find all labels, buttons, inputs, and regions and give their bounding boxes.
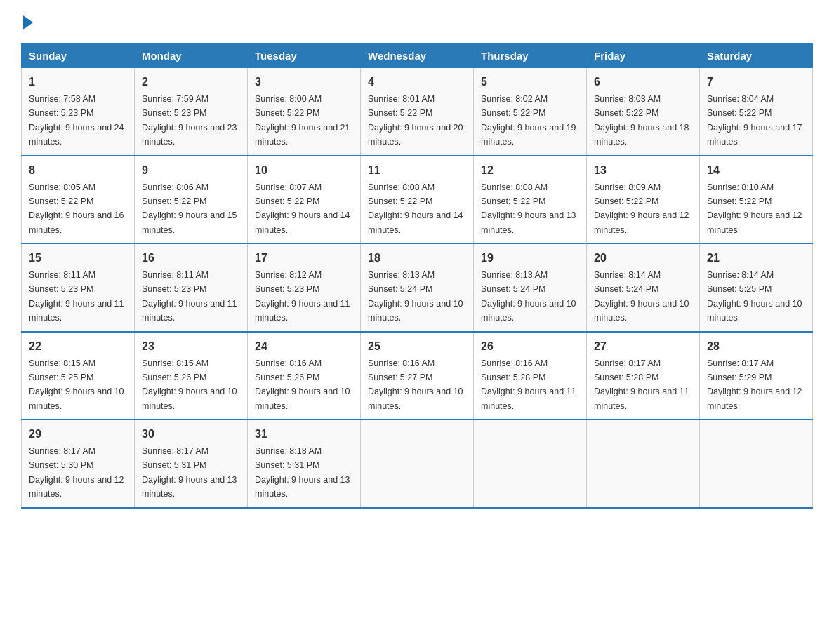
day-number: 7: [707, 74, 805, 90]
calendar-day-cell: 10 Sunrise: 8:07 AMSunset: 5:22 PMDaylig…: [248, 156, 361, 244]
day-info: Sunrise: 8:12 AMSunset: 5:23 PMDaylight:…: [255, 270, 350, 323]
day-info: Sunrise: 8:13 AMSunset: 5:24 PMDaylight:…: [368, 270, 463, 323]
day-info: Sunrise: 8:03 AMSunset: 5:22 PMDaylight:…: [594, 94, 689, 147]
calendar-day-cell: 13 Sunrise: 8:09 AMSunset: 5:22 PMDaylig…: [587, 156, 700, 244]
calendar-day-cell: 11 Sunrise: 8:08 AMSunset: 5:22 PMDaylig…: [361, 156, 474, 244]
calendar-week-row: 15 Sunrise: 8:11 AMSunset: 5:23 PMDaylig…: [22, 243, 813, 332]
day-number: 25: [368, 338, 466, 355]
day-number: 26: [481, 338, 579, 355]
day-number: 4: [368, 74, 466, 90]
day-number: 17: [255, 250, 353, 267]
header-thursday: Thursday: [474, 44, 587, 68]
day-info: Sunrise: 8:17 AMSunset: 5:30 PMDaylight:…: [29, 446, 124, 499]
day-info: Sunrise: 8:17 AMSunset: 5:29 PMDaylight:…: [707, 358, 802, 411]
calendar-day-cell: [700, 420, 813, 508]
calendar-day-cell: 3 Sunrise: 8:00 AMSunset: 5:22 PMDayligh…: [248, 68, 361, 156]
calendar-week-row: 22 Sunrise: 8:15 AMSunset: 5:25 PMDaylig…: [22, 332, 813, 420]
day-number: 27: [594, 338, 692, 355]
day-info: Sunrise: 8:11 AMSunset: 5:23 PMDaylight:…: [29, 270, 124, 323]
calendar-week-row: 1 Sunrise: 7:58 AMSunset: 5:23 PMDayligh…: [22, 68, 813, 156]
day-number: 13: [594, 162, 692, 179]
day-number: 21: [707, 250, 805, 267]
calendar-day-cell: 17 Sunrise: 8:12 AMSunset: 5:23 PMDaylig…: [248, 243, 361, 332]
day-info: Sunrise: 8:11 AMSunset: 5:23 PMDaylight:…: [142, 270, 237, 323]
day-number: 2: [142, 74, 240, 90]
day-number: 15: [29, 250, 127, 267]
day-info: Sunrise: 8:14 AMSunset: 5:24 PMDaylight:…: [594, 270, 689, 323]
day-info: Sunrise: 8:16 AMSunset: 5:28 PMDaylight:…: [481, 358, 576, 411]
day-number: 30: [142, 426, 240, 443]
day-info: Sunrise: 8:08 AMSunset: 5:22 PMDaylight:…: [368, 182, 463, 235]
calendar-day-cell: 8 Sunrise: 8:05 AMSunset: 5:22 PMDayligh…: [22, 156, 135, 244]
calendar-day-cell: 18 Sunrise: 8:13 AMSunset: 5:24 PMDaylig…: [361, 243, 474, 332]
day-info: Sunrise: 8:00 AMSunset: 5:22 PMDaylight:…: [255, 94, 350, 147]
day-number: 5: [481, 74, 579, 90]
day-info: Sunrise: 8:04 AMSunset: 5:22 PMDaylight:…: [707, 94, 802, 147]
day-info: Sunrise: 7:58 AMSunset: 5:23 PMDaylight:…: [29, 94, 124, 147]
calendar-day-cell: 21 Sunrise: 8:14 AMSunset: 5:25 PMDaylig…: [700, 243, 813, 332]
calendar-header-row: SundayMondayTuesdayWednesdayThursdayFrid…: [22, 44, 813, 68]
day-info: Sunrise: 8:14 AMSunset: 5:25 PMDaylight:…: [707, 270, 802, 323]
calendar-day-cell: 12 Sunrise: 8:08 AMSunset: 5:22 PMDaylig…: [474, 156, 587, 244]
calendar-day-cell: 16 Sunrise: 8:11 AMSunset: 5:23 PMDaylig…: [135, 243, 248, 332]
calendar-day-cell: 9 Sunrise: 8:06 AMSunset: 5:22 PMDayligh…: [135, 156, 248, 244]
calendar-day-cell: 22 Sunrise: 8:15 AMSunset: 5:25 PMDaylig…: [22, 332, 135, 420]
calendar-day-cell: 7 Sunrise: 8:04 AMSunset: 5:22 PMDayligh…: [700, 68, 813, 156]
header-friday: Friday: [587, 44, 700, 68]
logo-arrow-icon: [23, 15, 33, 29]
day-number: 1: [29, 74, 127, 90]
calendar-day-cell: 15 Sunrise: 8:11 AMSunset: 5:23 PMDaylig…: [22, 243, 135, 332]
day-info: Sunrise: 8:15 AMSunset: 5:26 PMDaylight:…: [142, 358, 237, 411]
calendar-day-cell: 28 Sunrise: 8:17 AMSunset: 5:29 PMDaylig…: [700, 332, 813, 420]
day-info: Sunrise: 7:59 AMSunset: 5:23 PMDaylight:…: [142, 94, 237, 147]
calendar-day-cell: 26 Sunrise: 8:16 AMSunset: 5:28 PMDaylig…: [474, 332, 587, 420]
day-info: Sunrise: 8:05 AMSunset: 5:22 PMDaylight:…: [29, 182, 124, 235]
day-info: Sunrise: 8:06 AMSunset: 5:22 PMDaylight:…: [142, 182, 237, 235]
day-info: Sunrise: 8:02 AMSunset: 5:22 PMDaylight:…: [481, 94, 576, 147]
day-info: Sunrise: 8:01 AMSunset: 5:22 PMDaylight:…: [368, 94, 463, 147]
day-info: Sunrise: 8:15 AMSunset: 5:25 PMDaylight:…: [29, 358, 124, 411]
calendar-day-cell: 25 Sunrise: 8:16 AMSunset: 5:27 PMDaylig…: [361, 332, 474, 420]
calendar-day-cell: 20 Sunrise: 8:14 AMSunset: 5:24 PMDaylig…: [587, 243, 700, 332]
calendar-day-cell: 6 Sunrise: 8:03 AMSunset: 5:22 PMDayligh…: [587, 68, 700, 156]
calendar-day-cell: 30 Sunrise: 8:17 AMSunset: 5:31 PMDaylig…: [135, 420, 248, 508]
logo: [21, 14, 33, 29]
header-saturday: Saturday: [700, 44, 813, 68]
calendar-day-cell: [474, 420, 587, 508]
calendar-day-cell: 31 Sunrise: 8:18 AMSunset: 5:31 PMDaylig…: [248, 420, 361, 508]
calendar-day-cell: 4 Sunrise: 8:01 AMSunset: 5:22 PMDayligh…: [361, 68, 474, 156]
day-number: 31: [255, 426, 353, 443]
day-number: 28: [707, 338, 805, 355]
day-number: 12: [481, 162, 579, 179]
day-number: 23: [142, 338, 240, 355]
calendar-day-cell: 27 Sunrise: 8:17 AMSunset: 5:28 PMDaylig…: [587, 332, 700, 420]
day-info: Sunrise: 8:07 AMSunset: 5:22 PMDaylight:…: [255, 182, 350, 235]
calendar-day-cell: 23 Sunrise: 8:15 AMSunset: 5:26 PMDaylig…: [135, 332, 248, 420]
day-info: Sunrise: 8:16 AMSunset: 5:26 PMDaylight:…: [255, 358, 350, 411]
day-number: 16: [142, 250, 240, 267]
calendar-day-cell: 5 Sunrise: 8:02 AMSunset: 5:22 PMDayligh…: [474, 68, 587, 156]
calendar-table: SundayMondayTuesdayWednesdayThursdayFrid…: [21, 43, 813, 509]
day-number: 20: [594, 250, 692, 267]
calendar-day-cell: [587, 420, 700, 508]
day-info: Sunrise: 8:10 AMSunset: 5:22 PMDaylight:…: [707, 182, 802, 235]
calendar-day-cell: 2 Sunrise: 7:59 AMSunset: 5:23 PMDayligh…: [135, 68, 248, 156]
day-number: 18: [368, 250, 466, 267]
header: [21, 14, 813, 29]
day-number: 3: [255, 74, 353, 90]
day-number: 14: [707, 162, 805, 179]
day-number: 11: [368, 162, 466, 179]
calendar-day-cell: [361, 420, 474, 508]
day-number: 19: [481, 250, 579, 267]
calendar-day-cell: 24 Sunrise: 8:16 AMSunset: 5:26 PMDaylig…: [248, 332, 361, 420]
day-number: 6: [594, 74, 692, 90]
calendar-day-cell: 19 Sunrise: 8:13 AMSunset: 5:24 PMDaylig…: [474, 243, 587, 332]
calendar-day-cell: 1 Sunrise: 7:58 AMSunset: 5:23 PMDayligh…: [22, 68, 135, 156]
header-wednesday: Wednesday: [361, 44, 474, 68]
header-monday: Monday: [135, 44, 248, 68]
day-number: 22: [29, 338, 127, 355]
calendar-week-row: 8 Sunrise: 8:05 AMSunset: 5:22 PMDayligh…: [22, 156, 813, 244]
day-info: Sunrise: 8:17 AMSunset: 5:31 PMDaylight:…: [142, 446, 237, 499]
day-info: Sunrise: 8:18 AMSunset: 5:31 PMDaylight:…: [255, 446, 350, 499]
day-info: Sunrise: 8:09 AMSunset: 5:22 PMDaylight:…: [594, 182, 689, 235]
